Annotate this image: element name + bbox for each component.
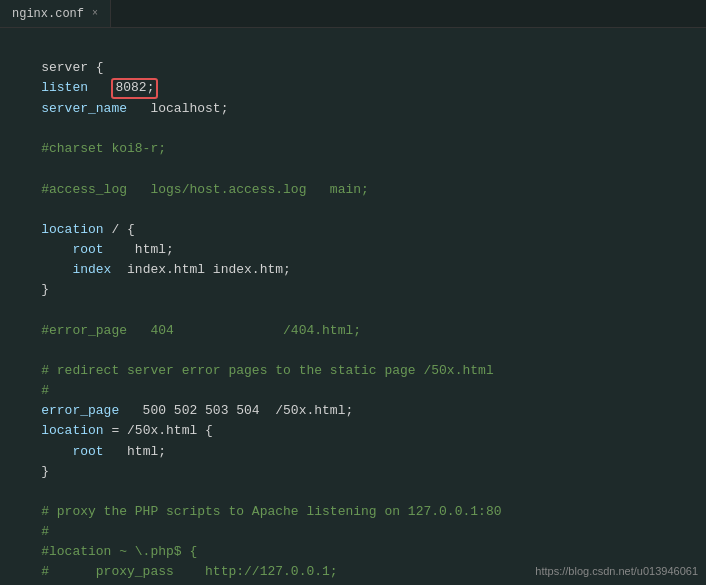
code-line: # proxy the PHP scripts to Apache listen… <box>0 502 706 522</box>
code-area: server { listen 8082; server_name localh… <box>0 28 706 585</box>
watermark: https://blog.csdn.net/u013946061 <box>535 565 698 577</box>
tab-bar: nginx.conf × <box>0 0 706 28</box>
code-line <box>0 200 706 220</box>
code-line <box>0 341 706 361</box>
code-line <box>0 119 706 139</box>
tab-nginx-conf[interactable]: nginx.conf × <box>0 0 111 27</box>
code-line: #location ~ \.php$ { <box>0 542 706 562</box>
code-line: server_name localhost; <box>0 99 706 119</box>
code-line: #access_log logs/host.access.log main; <box>0 180 706 200</box>
code-line-location2: location = /50x.html { <box>0 421 706 441</box>
code-line: server { <box>0 58 706 78</box>
close-icon[interactable]: × <box>92 8 98 19</box>
code-line: } <box>0 462 706 482</box>
code-line: } <box>0 280 706 300</box>
code-line: index index.html index.htm; <box>0 260 706 280</box>
code-line: #charset koi8-r; <box>0 139 706 159</box>
code-line <box>0 482 706 502</box>
code-line: # <box>0 381 706 401</box>
code-line: root html; <box>0 442 706 462</box>
code-line: error_page 500 502 503 504 /50x.html; <box>0 401 706 421</box>
code-line-listen: listen 8082; <box>0 78 706 99</box>
code-line <box>0 301 706 321</box>
code-line-location: location / { <box>0 220 706 240</box>
code-line: # <box>0 522 706 542</box>
code-line-redirect-comment: # redirect server error pages to the sta… <box>0 361 706 381</box>
code-line: root html; <box>0 240 706 260</box>
highlight-port: 8082; <box>111 78 158 99</box>
code-line <box>0 38 706 58</box>
tab-label: nginx.conf <box>12 7 84 21</box>
code-line <box>0 160 706 180</box>
code-line: #error_page 404 /404.html; <box>0 321 706 341</box>
